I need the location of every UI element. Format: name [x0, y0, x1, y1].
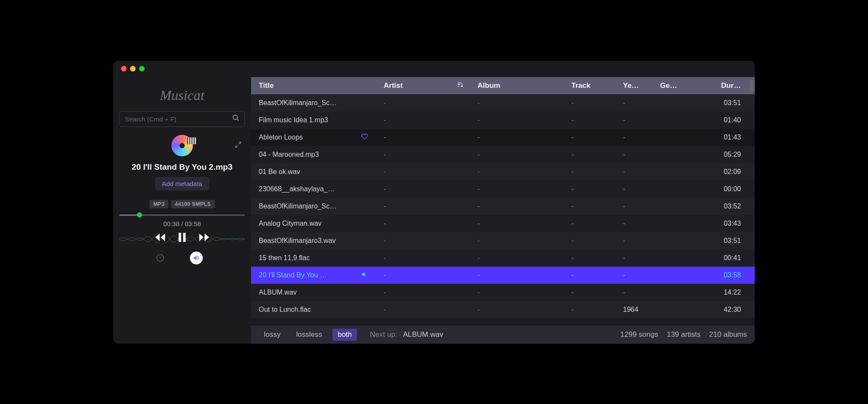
track-album-cell: - [470, 271, 564, 279]
table-row[interactable]: ALBUM.wav----14:22 [251, 284, 755, 301]
total-time: 03:58 [185, 220, 201, 227]
svg-rect-3 [183, 233, 186, 242]
track-artist-cell: - [376, 202, 470, 210]
table-row[interactable]: Out to Lunch.flac---196442:30 [251, 301, 755, 318]
expand-icon[interactable] [235, 141, 242, 150]
track-artist-cell: - [376, 116, 470, 124]
track-album-cell: - [470, 134, 564, 141]
track-album-cell: - [470, 185, 564, 193]
column-header-duration[interactable]: Dur… [695, 81, 755, 90]
heart-icon[interactable] [361, 133, 368, 142]
previous-button[interactable] [154, 231, 167, 244]
track-number-cell: - [564, 254, 615, 262]
time-display: 00:38 / 03:58 [163, 220, 201, 227]
track-title-cell: 15 then 11,9.flac [259, 254, 368, 262]
track-artist-cell: - [376, 306, 470, 314]
column-header-title[interactable]: Title [251, 81, 376, 90]
track-year-cell: 1964 [615, 306, 652, 314]
next-up-value: ALBUM.wav [403, 330, 443, 339]
column-header-album[interactable]: Album [470, 81, 564, 90]
track-artist-cell: - [376, 220, 470, 227]
track-title-cell: Ableton Loops [259, 134, 358, 141]
track-duration-cell: 03:51 [695, 237, 755, 245]
track-title-cell: Analog Cityman.wav [259, 220, 368, 227]
progress-thumb[interactable] [137, 212, 142, 218]
track-title-cell: 20 I'll Stand By You … [259, 271, 358, 279]
info-icon[interactable]: i [156, 254, 164, 262]
column-header-track[interactable]: Track [564, 81, 615, 90]
next-button[interactable] [198, 231, 211, 244]
table-row[interactable]: 04 - Marooned.mp3----05:29 [251, 146, 755, 163]
table-row[interactable]: 15 then 11,9.flac----00:41 [251, 249, 755, 267]
table-row[interactable]: Film music Idea 1.mp3----01:40 [251, 112, 755, 129]
window-close-button[interactable] [121, 66, 127, 71]
table-row[interactable]: 01 Be ok.wav----02:09 [251, 163, 755, 180]
track-title-cell: 04 - Marooned.mp3 [259, 151, 368, 158]
stat-albums: 210 albums [709, 330, 747, 339]
track-year-cell: - [615, 254, 652, 262]
album-art[interactable] [171, 135, 193, 156]
track-number-cell: - [564, 289, 615, 296]
table-row[interactable]: 230668__akshaylaya_…----00:00 [251, 180, 755, 198]
now-playing-title: 20 I'll Stand By You 2.mp3 [130, 162, 234, 172]
track-title-cell: Film music Idea 1.mp3 [259, 116, 368, 124]
now-playing-panel: 20 I'll Stand By You 2.mp3 Add metadata … [119, 135, 245, 270]
track-year-cell: - [615, 185, 652, 193]
table-row[interactable]: 20 I'll Stand By You …----03:58 [251, 267, 755, 284]
titlebar [113, 61, 755, 77]
track-artist-cell: - [376, 289, 470, 296]
track-duration-cell: 02:09 [695, 168, 755, 176]
track-artist-cell: - [376, 99, 470, 107]
track-album-cell: - [470, 306, 564, 314]
window-zoom-button[interactable] [139, 66, 145, 71]
scrollbar-thumb[interactable] [750, 80, 754, 93]
format-badge: MP3 [149, 200, 168, 208]
track-duration-cell: 03:51 [695, 99, 755, 107]
track-artist-cell: - [376, 168, 470, 176]
track-year-cell: - [615, 220, 652, 227]
track-duration-cell: 03:52 [695, 202, 755, 210]
volume-icon[interactable] [190, 252, 203, 264]
pause-button[interactable] [176, 231, 188, 243]
add-metadata-button[interactable]: Add metadata [155, 177, 209, 190]
track-year-cell: - [615, 289, 652, 296]
track-artist-cell: - [376, 237, 470, 245]
elapsed-time: 00:38 [163, 220, 180, 227]
progress-bar[interactable] [119, 214, 245, 216]
filter-lossless[interactable]: lossless [291, 329, 327, 341]
track-title-cell: 01 Be ok.wav [259, 168, 368, 176]
track-title-cell: ALBUM.wav [259, 289, 368, 296]
track-album-cell: - [470, 99, 564, 107]
filter-both[interactable]: both [332, 329, 357, 341]
track-number-cell: - [564, 134, 615, 141]
track-album-cell: - [470, 151, 564, 158]
filter-lossy[interactable]: lossy [259, 329, 286, 341]
table-row[interactable]: BeastOfKilimanjaro_Sc…----03:52 [251, 198, 755, 215]
column-header-genre[interactable]: Ge… [652, 81, 695, 90]
table-body: BeastOfKilimanjaro_Sc…----03:51Film musi… [251, 94, 755, 326]
svg-point-0 [233, 115, 238, 120]
table-row[interactable]: Analog Cityman.wav----03:43 [251, 215, 755, 232]
column-header-artist[interactable]: Artist [376, 81, 470, 90]
table-row[interactable]: BeastOfKilimanjaro3.wav----03:51 [251, 232, 755, 249]
track-number-cell: - [564, 271, 615, 279]
app-logo: Musicat [119, 77, 245, 111]
column-header-year[interactable]: Ye… [615, 81, 652, 90]
stat-songs: 1299 songs [620, 330, 658, 339]
track-duration-cell: 01:40 [695, 116, 755, 124]
content: Musicat 20 I'll Stand By You 2.mp3 Add m… [113, 77, 755, 344]
main-panel: Title Artist Album Track Ye… Ge… Dur… Be… [251, 77, 755, 344]
track-year-cell: - [615, 116, 652, 124]
track-year-cell: - [615, 237, 652, 245]
search-input[interactable] [119, 111, 245, 127]
track-album-cell: - [470, 254, 564, 262]
track-number-cell: - [564, 99, 615, 107]
window-minimize-button[interactable] [130, 66, 136, 71]
table-header: Title Artist Album Track Ye… Ge… Dur… [251, 77, 755, 94]
track-duration-cell: 00:00 [695, 185, 755, 193]
track-album-cell: - [470, 289, 564, 296]
track-artist-cell: - [376, 151, 470, 158]
svg-line-1 [237, 119, 239, 121]
table-row[interactable]: Ableton Loops----01:43 [251, 129, 755, 146]
table-row[interactable]: BeastOfKilimanjaro_Sc…----03:51 [251, 94, 755, 112]
